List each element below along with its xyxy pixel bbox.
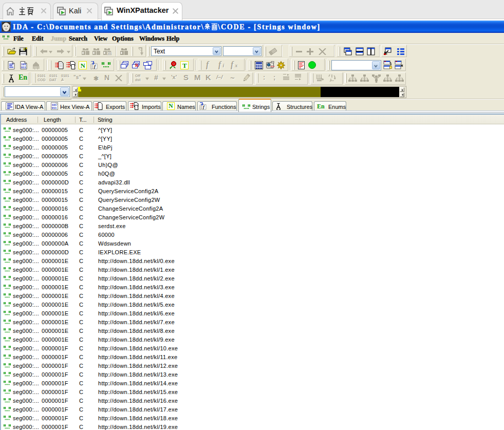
svg-text:101: 101 [107, 52, 111, 55]
svg-text:R: R [135, 63, 139, 68]
svg-text:011: 011 [52, 106, 58, 110]
svg-text:BMP: BMP [271, 66, 275, 68]
svg-text:011: 011 [21, 66, 27, 69]
